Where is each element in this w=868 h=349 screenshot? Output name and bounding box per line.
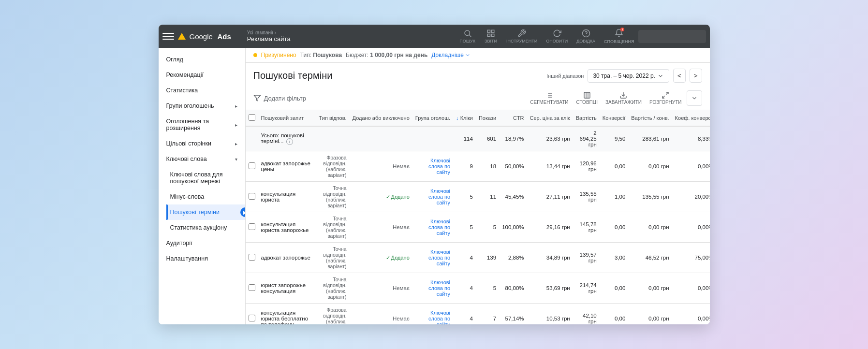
columns-button[interactable]: СТОВПЦІ [574,90,601,106]
row-conversions: 0,00 [600,151,629,182]
row-checkbox-cell[interactable] [246,212,258,243]
segment-label: СЕГМЕНТУВАТИ [530,100,568,105]
row-impressions: 5 [476,212,499,243]
row-impressions: 11 [476,182,499,212]
row-ctr: 57,14% [499,304,527,325]
expand-button[interactable]: РОЗГОРНУТИ [647,90,684,106]
row-checkbox-cell[interactable] [246,304,258,325]
table-row: адвокат запорожье Точна відповідн. (набл… [246,243,710,273]
row-cost-conv: 0,00 грн [628,273,672,304]
row-checkbox-cell[interactable] [246,243,258,273]
row-conversions: 0,00 [600,273,629,304]
select-all-checkbox[interactable] [249,114,255,121]
row-ad-group[interactable]: Ключові слова по сайту [412,304,453,325]
row-checkbox-1[interactable] [249,193,255,200]
sidebar-item-statistics[interactable]: Статистика [159,83,245,98]
row-conversions: 0,00 [600,212,629,243]
more-link[interactable]: Докладніше [431,52,471,58]
table-row: адвокат запорожье цены Фразова відповідн… [246,151,710,182]
page-title: Пошукові терміни [253,70,333,81]
search-nav-btn[interactable]: ПОШУК [456,27,479,45]
row-checkbox-2[interactable] [249,223,255,230]
row-ad-group[interactable]: Ключові слова по сайту [412,212,453,243]
row-checkbox-4[interactable] [249,284,255,291]
table-row: консультация юриста Точна відповідн. (на… [246,182,710,212]
help-nav-btn[interactable]: ДОВІДКА [573,27,599,45]
table-body: Усього: пошукові терміні... i 114 601 18… [246,126,710,324]
ad-group-link[interactable]: Ключові слова по сайту [428,218,450,236]
row-checkbox-cell[interactable] [246,151,258,182]
sidebar-item-search-terms[interactable]: Пошукові терміни ▶ [166,204,245,220]
hamburger-menu[interactable] [162,30,174,42]
filter-button[interactable]: Додати фільтр [253,94,306,102]
row-checkbox-5[interactable] [249,315,255,321]
sidebar-item-keywords-group[interactable]: Ключові слова [159,151,245,167]
sidebar-item-auction-stats[interactable]: Статистика аукціону [166,220,245,235]
ads-text: Ads [216,32,231,41]
sidebar-item-settings[interactable]: Налаштування [159,251,245,266]
row-match-type: Фразова відповідн. (наближ. варіант) [316,304,350,325]
download-button[interactable]: ЗАВАНТАЖИТИ [603,90,645,106]
row-conv-rate: 0,00% [672,212,710,243]
svg-line-1 [469,35,471,37]
row-ad-group[interactable]: Ключові слова по сайту [412,243,453,273]
sidebar-item-ad-groups[interactable]: Групи оголошень [159,98,245,114]
expand-label: РОЗГОРНУТИ [649,100,681,105]
ad-group-link[interactable]: Ключові слова по сайту [428,249,450,266]
table-row: юрист запорожье консультация Точна відпо… [246,273,710,304]
total-label: Усього: пошукові терміні... i [258,126,316,151]
row-ad-group[interactable]: Ключові слова по сайту [412,182,453,212]
row-query: консультация юриста бесплатно по телефон… [258,304,316,325]
ad-group-link[interactable]: Ключові слова по сайту [428,279,450,297]
top-search-input[interactable] [638,30,706,43]
total-info-icon[interactable]: i [286,138,293,145]
search-terms-table: Пошуковий запит Тип відпов. Додано або в… [246,110,710,324]
row-checkbox-3[interactable] [249,254,255,261]
header-cost-conv: Вартість / конв. [628,110,672,126]
sidebar-item-recommendations[interactable]: Рекомендації [159,67,245,83]
row-clicks: 4 [453,304,476,325]
breadcrumb-parent[interactable]: Усі кампанії › [247,30,291,35]
sidebar-item-ads[interactable]: Оголошення та розширення [159,114,245,136]
header-clicks[interactable]: ↓ Кліки [453,110,476,126]
date-next-button[interactable]: > [690,69,702,83]
more-options-button[interactable] [687,90,702,106]
row-checkbox-cell[interactable] [246,182,258,212]
segment-button[interactable]: СЕГМЕНТУВАТИ [527,90,571,106]
date-prev-button[interactable]: < [673,69,686,83]
header-checkbox-cell[interactable] [246,110,258,126]
header-avg-cpc: Сер. ціна за клік [527,110,573,126]
row-added: ✓ Додано [350,243,412,273]
row-checkbox-cell[interactable] [246,273,258,304]
row-ad-group[interactable]: Ключові слова по сайту [412,273,453,304]
row-cost: 139,57 грн [573,243,600,273]
nav-icons-group: ПОШУК ЗВІТИ ІНСТРУМЕНТИ ОНОВИТИ ДОВІДКА [456,27,638,46]
ad-group-link[interactable]: Ключові слова по сайту [428,158,450,175]
sidebar: Огляд Рекомендації Статистика Групи огол… [159,48,246,324]
header-ad-group: Група оголош. [412,110,453,126]
ad-group-link[interactable]: Ключові слова по сайту [428,188,450,205]
sidebar-item-landing-pages[interactable]: Цільові сторінки [159,136,245,151]
notifications-nav-btn[interactable]: 1 СПОВІЩЕННЯ [600,27,638,46]
sidebar-item-audiences[interactable]: Аудиторії [159,235,245,251]
reports-nav-btn[interactable]: ЗВІТИ [480,27,501,45]
row-ad-group[interactable]: Ключові слова по сайту [412,151,453,182]
row-match-type: Точна відповідн. (наближ. варіант) [316,243,350,273]
row-ctr: 2,88% [499,243,527,273]
sidebar-item-overview[interactable]: Огляд [159,52,245,67]
row-impressions: 5 [476,273,499,304]
date-range-button[interactable]: 30 тра. – 5 чер. 2022 р. [588,69,669,83]
row-checkbox-0[interactable] [249,162,255,169]
sidebar-item-search-keywords[interactable]: Ключові слова для пошукової мережі [166,167,245,189]
header-added: Додано або виключено [350,110,412,126]
row-cost-conv: 0,00 грн [628,304,672,325]
svg-line-20 [662,96,665,98]
ad-group-link[interactable]: Ключові слова по сайту [428,310,450,324]
tools-nav-btn[interactable]: ІНСТРУМЕНТИ [502,27,541,45]
refresh-nav-btn[interactable]: ОНОВИТИ [542,27,572,45]
sidebar-item-negative-keywords[interactable]: Мінус-слова [166,189,245,204]
toolbar-right: СЕГМЕНТУВАТИ СТОВПЦІ ЗАВАНТАЖИТИ РОЗГОРН… [527,90,702,106]
row-added: Немає [350,304,412,325]
logo-area: Google Ads [178,32,231,41]
row-impressions: 7 [476,304,499,325]
